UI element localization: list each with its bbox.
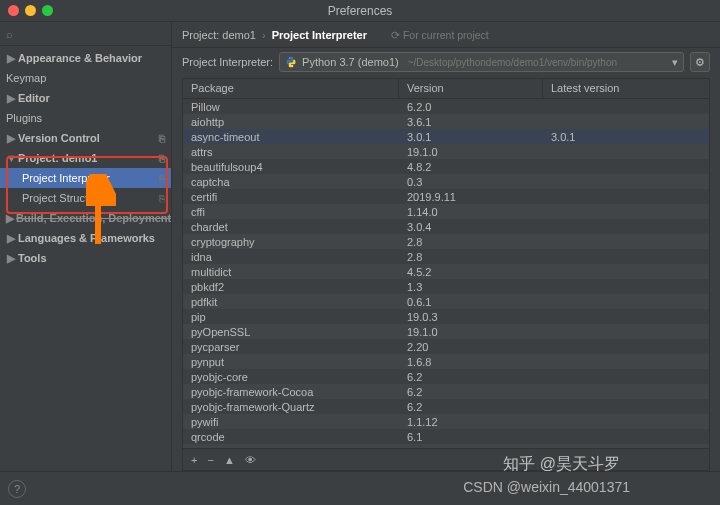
cell-version: 6.2 bbox=[399, 386, 543, 398]
cell-package: pyobjc-framework-Quartz bbox=[183, 401, 399, 413]
table-row[interactable]: attrs19.1.0 bbox=[183, 144, 709, 159]
table-row[interactable]: pip19.0.3 bbox=[183, 309, 709, 324]
cell-package: cffi bbox=[183, 206, 399, 218]
table-row[interactable]: pyobjc-framework-Cocoa6.2 bbox=[183, 384, 709, 399]
search-input[interactable]: ⌕ bbox=[0, 22, 171, 46]
sidebar-item[interactable]: ▶Build, Execution, Deployment bbox=[0, 208, 171, 228]
table-row[interactable]: pycparser2.20 bbox=[183, 339, 709, 354]
table-row[interactable]: idna2.8 bbox=[183, 249, 709, 264]
sidebar-item[interactable]: ▼Project: demo1⎘ bbox=[0, 148, 171, 168]
minimize-icon[interactable] bbox=[25, 5, 36, 16]
table-row[interactable]: captcha0.3 bbox=[183, 174, 709, 189]
upgrade-button[interactable]: ▲ bbox=[224, 454, 235, 466]
cell-latest: 3.0.1 bbox=[543, 131, 709, 143]
breadcrumb-page: Project Interpreter bbox=[272, 29, 367, 41]
cell-version: 2.8 bbox=[399, 251, 543, 263]
sidebar-label: Editor bbox=[18, 92, 50, 104]
sidebar-item[interactable]: Plugins bbox=[0, 108, 171, 128]
cell-package: qrcode bbox=[183, 431, 399, 443]
table-row[interactable]: cffi1.14.0 bbox=[183, 204, 709, 219]
main-area: ⌕ ▶Appearance & BehaviorKeymap▶EditorPlu… bbox=[0, 22, 720, 471]
sidebar-item[interactable]: Keymap bbox=[0, 68, 171, 88]
cell-version: 19.1.0 bbox=[399, 326, 543, 338]
gear-button[interactable]: ⚙ bbox=[690, 52, 710, 72]
disclosure-icon: ▶ bbox=[6, 232, 16, 245]
sidebar-item[interactable]: ▶Version Control⎘ bbox=[0, 128, 171, 148]
cell-version: 0.6.1 bbox=[399, 296, 543, 308]
table-row[interactable]: beautifulsoup44.8.2 bbox=[183, 159, 709, 174]
close-icon[interactable] bbox=[8, 5, 19, 16]
cell-version: 6.2 bbox=[399, 401, 543, 413]
project-scope-icon: ⎘ bbox=[159, 133, 165, 144]
col-latest[interactable]: Latest version bbox=[543, 79, 709, 98]
cell-package: pyobjc-framework-Cocoa bbox=[183, 386, 399, 398]
table-row[interactable]: pyobjc-framework-Quartz6.2 bbox=[183, 399, 709, 414]
sidebar-item[interactable]: ▶Tools bbox=[0, 248, 171, 268]
table-row[interactable]: pdfkit0.6.1 bbox=[183, 294, 709, 309]
traffic-lights bbox=[8, 5, 53, 16]
table-row[interactable]: pywifi1.1.12 bbox=[183, 414, 709, 429]
cell-package: cryptography bbox=[183, 236, 399, 248]
add-button[interactable]: + bbox=[191, 454, 197, 466]
cell-version: 1.6.8 bbox=[399, 356, 543, 368]
cell-package: chardet bbox=[183, 221, 399, 233]
breadcrumb-project[interactable]: Project: demo1 bbox=[182, 29, 256, 41]
cell-version: 3.0.1 bbox=[399, 131, 543, 143]
cell-package: certifi bbox=[183, 191, 399, 203]
cell-package: pyOpenSSL bbox=[183, 326, 399, 338]
col-version[interactable]: Version bbox=[399, 79, 543, 98]
sidebar-label: Appearance & Behavior bbox=[18, 52, 142, 64]
project-scope-icon: ⎘ bbox=[159, 153, 165, 164]
sidebar-item[interactable]: ▶Languages & Frameworks bbox=[0, 228, 171, 248]
project-scope-icon: ⎘ bbox=[159, 173, 165, 184]
table-row[interactable]: pyOpenSSL19.1.0 bbox=[183, 324, 709, 339]
breadcrumb: Project: demo1 › Project Interpreter For… bbox=[172, 22, 720, 48]
chevron-down-icon: ▾ bbox=[672, 56, 678, 69]
cell-package: pycparser bbox=[183, 341, 399, 353]
maximize-icon[interactable] bbox=[42, 5, 53, 16]
sidebar-label: Languages & Frameworks bbox=[18, 232, 155, 244]
cell-version: 6.1 bbox=[399, 431, 543, 443]
cell-package: pyobjc-core bbox=[183, 371, 399, 383]
svg-point-0 bbox=[289, 58, 290, 59]
table-row[interactable]: pyobjc-core6.2 bbox=[183, 369, 709, 384]
sidebar-label: Keymap bbox=[6, 72, 46, 84]
table-row[interactable]: aiohttp3.6.1 bbox=[183, 114, 709, 129]
search-icon: ⌕ bbox=[6, 28, 13, 40]
sidebar-item[interactable]: ▶Appearance & Behavior bbox=[0, 48, 171, 68]
table-row[interactable]: Pillow6.2.0 bbox=[183, 99, 709, 114]
sidebar-item[interactable]: ▶Editor bbox=[0, 88, 171, 108]
col-package[interactable]: Package bbox=[183, 79, 399, 98]
cell-package: beautifulsoup4 bbox=[183, 161, 399, 173]
disclosure-icon: ▶ bbox=[6, 52, 16, 65]
table-row[interactable]: pynput1.6.8 bbox=[183, 354, 709, 369]
cell-version: 1.1.12 bbox=[399, 416, 543, 428]
sidebar-item[interactable]: Project Structure⎘ bbox=[0, 188, 171, 208]
table-row[interactable]: cryptography2.8 bbox=[183, 234, 709, 249]
sidebar-item-project-interpreter[interactable]: Project Interpreter⎘ bbox=[0, 168, 171, 188]
help-button[interactable]: ? bbox=[8, 480, 26, 498]
interpreter-label: Project Interpreter: bbox=[182, 56, 273, 68]
cell-package: aiohttp bbox=[183, 116, 399, 128]
table-row[interactable]: qrcode6.1 bbox=[183, 429, 709, 444]
interpreter-select[interactable]: Python 3.7 (demo1) ~/Desktop/pythondemo/… bbox=[279, 52, 684, 72]
svg-point-1 bbox=[292, 66, 293, 67]
sidebar-label: Project Interpreter bbox=[22, 172, 110, 184]
titlebar: Preferences bbox=[0, 0, 720, 22]
sidebar-label: Project: demo1 bbox=[18, 152, 97, 164]
table-row[interactable]: pbkdf21.3 bbox=[183, 279, 709, 294]
table-toolbar: + − ▲ 👁 bbox=[183, 448, 709, 470]
cell-package: async-timeout bbox=[183, 131, 399, 143]
table-header: Package Version Latest version bbox=[183, 79, 709, 99]
remove-button[interactable]: − bbox=[207, 454, 213, 466]
show-early-button[interactable]: 👁 bbox=[245, 454, 256, 466]
cell-package: pywifi bbox=[183, 416, 399, 428]
table-row[interactable]: certifi2019.9.11 bbox=[183, 189, 709, 204]
table-row[interactable]: chardet3.0.4 bbox=[183, 219, 709, 234]
table-row[interactable]: multidict4.5.2 bbox=[183, 264, 709, 279]
cell-package: Pillow bbox=[183, 101, 399, 113]
cell-package: captcha bbox=[183, 176, 399, 188]
table-row[interactable]: async-timeout3.0.13.0.1 bbox=[183, 129, 709, 144]
cell-version: 3.6.1 bbox=[399, 116, 543, 128]
cell-package: pip bbox=[183, 311, 399, 323]
